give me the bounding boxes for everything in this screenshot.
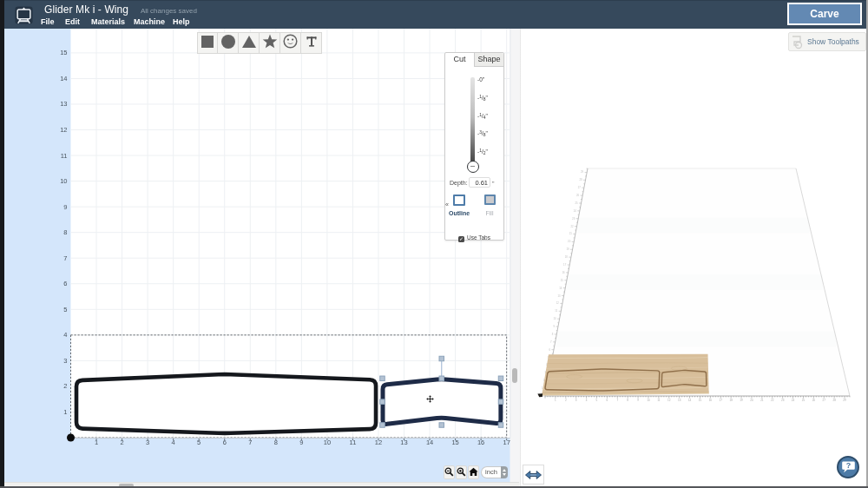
bed-y-ruler-label: 28 [579,178,582,181]
x-ruler-label: 9 [299,439,303,446]
wing-shape-left[interactable] [76,374,376,433]
unit-select[interactable]: inch [481,466,501,478]
bed-x-ruler-label: 5 [596,399,598,402]
bed-y-ruler-label: 10 [553,317,556,320]
shape-smiley-button[interactable] [280,32,301,54]
bed-origin-marker [537,393,542,397]
project-title[interactable]: Glider Mk i - Wing [44,3,128,16]
depth-tick-label: -0" [477,76,484,82]
bed-y-ruler-label: 8 [552,333,554,336]
fill-icon[interactable] [484,195,496,205]
pane-resize-handle[interactable] [523,465,544,485]
selection-handle[interactable] [380,399,385,405]
zoom-in-button[interactable] [456,465,467,479]
bed-y-ruler-label: 21 [569,232,573,235]
y-ruler-label: 6 [63,280,67,287]
bed-y-ruler-label: 26 [576,194,580,197]
bed-y-ruler-label: 22 [570,225,574,228]
shape-star-button[interactable] [260,32,280,54]
depth-input[interactable] [469,177,490,188]
selection-handle[interactable] [380,376,385,381]
shape-triangle-button[interactable] [239,32,260,54]
menu-edit[interactable]: Edit [65,17,80,26]
circle-icon [220,34,236,53]
origin-marker[interactable] [67,434,75,442]
bed-x-ruler-label: 3 [575,399,577,402]
x-ruler-label: 6 [223,439,227,446]
menu-help[interactable]: Help [173,17,190,26]
selection-handle[interactable] [498,376,503,381]
bed-x-ruler-label: 23 [781,399,785,402]
y-ruler-label: 10 [60,177,67,185]
bed-x-ruler-label: 18 [729,399,733,402]
bed-x-ruler-label: 27 [823,399,826,402]
bed-y-ruler-label: 23 [572,217,575,221]
menu-file[interactable]: File [41,17,55,26]
material-block[interactable] [542,354,709,396]
square-icon [201,35,214,52]
menu-machine[interactable]: Machine [134,17,165,26]
x-ruler-label: 3 [146,439,149,446]
selection-handle[interactable] [439,423,444,428]
bed-x-ruler-label: 8 [627,399,628,402]
x-ruler-label: 14 [426,439,433,446]
x-ruler-label: 12 [375,439,382,446]
tab-shape[interactable]: Shape [474,53,503,67]
x-ruler-label: 7 [248,439,252,446]
menu-materials[interactable]: Materials [91,17,125,26]
carve-button[interactable]: Carve [787,3,862,25]
depth-label: Depth: [450,180,468,186]
depth-tick-label: -1/8" [477,94,488,102]
selection-handle[interactable] [498,399,503,405]
window-edge-left [0,0,4,488]
bed-y-ruler-label: 11 [555,309,557,313]
selection-handle[interactable] [380,423,385,428]
rotation-handle[interactable] [439,356,444,361]
smiley-icon [283,34,298,52]
bed-y-ruler-label: 6 [549,348,550,352]
depth-slider-track[interactable] [470,77,475,166]
shape-circle-button[interactable] [218,32,239,54]
unit-select-spinner[interactable] [501,466,508,478]
x-ruler-label: 2 [120,439,123,446]
depth-tick-label: -1/2" [477,148,488,155]
resize-arrows-icon [525,470,542,480]
y-ruler-label: 3 [63,357,67,365]
bed-y-ruler-label: 18 [565,255,569,259]
x-ruler-label: 10 [324,439,331,446]
y-ruler-label: 2 [63,382,67,390]
outline-icon[interactable] [453,195,465,206]
zoom-out-button[interactable] [444,465,455,479]
help-button[interactable]: ? [837,456,859,478]
bed-y-ruler-label: 20 [568,240,571,243]
pane-divider[interactable] [519,29,521,488]
wing-shape-right-selected[interactable] [383,379,501,425]
bed-x-ruler-label: 17 [720,399,723,402]
zoom-home-button[interactable] [468,465,479,479]
design-canvas-pane[interactable]: 1234567891011121314151617123456789101112… [4,29,520,488]
bed-x-ruler-label: 11 [657,399,660,402]
preview-3d-pane[interactable]: 1234567891011121314151617181920212223242… [521,29,866,488]
shape-square-button[interactable] [197,32,218,54]
bed-y-ruler-label: 19 [566,247,569,251]
depth-slider-thumb[interactable] [467,161,479,173]
cut-type-fill[interactable]: Fill [479,195,500,216]
use-tabs-checkbox[interactable]: ✓ [458,236,464,242]
selection-handle[interactable] [439,376,444,381]
y-ruler-label: 7 [63,254,67,262]
y-ruler-label: 15 [60,49,67,56]
vertical-scrollbar-thumb[interactable] [512,368,517,383]
bed-y-ruler-label: 24 [574,209,577,213]
shape-text-button[interactable] [301,32,322,54]
bed-x-ruler-label: 7 [616,399,618,402]
selection-handle[interactable] [498,423,503,428]
tab-cut[interactable]: Cut [445,53,474,67]
show-toolpaths-button[interactable]: Show Toolpaths [788,32,866,51]
x-ruler-label: 8 [274,439,278,446]
design-canvas[interactable]: 1234567891011121314151617123456789101112… [4,29,520,488]
depth-unit-mark: " [492,181,495,187]
x-ruler-label: 13 [400,439,407,446]
cut-type-outline[interactable]: Outline [449,195,470,216]
svg-text:?: ? [845,461,851,470]
bed-x-ruler-label: 26 [812,399,816,402]
